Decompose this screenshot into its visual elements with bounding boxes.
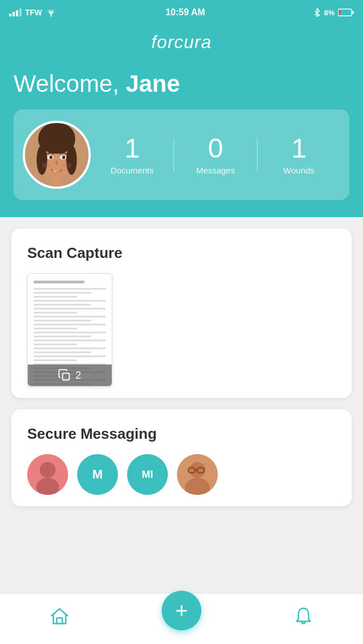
bottom-nav: + <box>0 593 363 644</box>
wounds-count: 1 <box>258 135 340 162</box>
svg-point-14 <box>62 156 65 159</box>
stats-items: 1 Documents 0 Messages 1 Wounds <box>91 135 340 175</box>
avatar <box>23 121 91 189</box>
svg-rect-10 <box>52 175 62 187</box>
welcome-text: Welcome, Jane <box>14 70 349 98</box>
msg-avatar-3-initials: MI <box>142 469 153 481</box>
home-nav-button[interactable] <box>43 599 77 633</box>
clock: 10:59 AM <box>166 7 205 18</box>
stat-wounds[interactable]: 1 Wounds <box>258 135 340 175</box>
document-preview[interactable]: 2 <box>27 273 112 387</box>
svg-point-9 <box>41 133 73 154</box>
scan-capture-title: Scan Capture <box>27 244 336 262</box>
stats-card: 1 Documents 0 Messages 1 Wounds <box>14 109 349 200</box>
messages-count: 0 <box>174 135 257 162</box>
app-title: forcura <box>0 32 363 53</box>
stat-documents[interactable]: 1 Documents <box>91 135 174 175</box>
svg-rect-2 <box>352 11 354 14</box>
status-right: 8% <box>314 8 354 17</box>
wifi-icon <box>45 9 57 16</box>
documents-count: 1 <box>91 135 174 162</box>
battery-percent: 8% <box>324 9 335 17</box>
wounds-label: Wounds <box>258 166 340 175</box>
msg-avatar-2-initials: M <box>92 467 103 482</box>
scan-count: 2 <box>75 370 81 382</box>
svg-rect-3 <box>339 10 341 15</box>
main-content: Scan Capture <box>0 217 363 639</box>
add-button[interactable]: + <box>162 591 201 630</box>
avatar-svg <box>25 123 88 187</box>
add-icon: + <box>175 600 188 621</box>
secure-messaging-card[interactable]: Secure Messaging M MI <box>11 409 352 506</box>
notifications-button[interactable] <box>286 599 320 633</box>
stat-messages[interactable]: 0 Messages <box>174 135 257 175</box>
messages-label: Messages <box>174 166 257 175</box>
status-bar: TFW 10:59 AM 8% <box>0 0 363 25</box>
app-header: forcura <box>0 25 363 64</box>
home-icon <box>49 605 70 627</box>
svg-point-0 <box>50 15 52 17</box>
avatar-image <box>25 123 88 187</box>
msg-avatar-4-svg <box>177 454 218 495</box>
msg-avatar-1-svg <box>27 454 68 495</box>
welcome-section: Welcome, Jane <box>0 64 363 217</box>
battery-icon <box>338 9 354 16</box>
copy-icon <box>58 369 71 382</box>
svg-point-16 <box>64 156 65 158</box>
signal-icon <box>9 9 22 16</box>
svg-point-13 <box>49 156 53 159</box>
secure-messaging-title: Secure Messaging <box>27 425 336 443</box>
welcome-greeting: Welcome, <box>14 70 126 97</box>
msg-avatar-3[interactable]: MI <box>127 454 168 495</box>
svg-point-18 <box>63 163 71 168</box>
carrier-label: TFW <box>25 8 42 17</box>
msg-avatar-1[interactable] <box>27 454 68 495</box>
svg-point-15 <box>51 156 52 158</box>
bell-icon <box>293 605 314 627</box>
documents-label: Documents <box>91 166 174 175</box>
msg-avatar-2[interactable]: M <box>77 454 118 495</box>
scan-capture-card[interactable]: Scan Capture <box>11 228 352 398</box>
status-left: TFW <box>9 8 57 17</box>
svg-rect-19 <box>62 374 69 380</box>
messaging-avatars: M MI <box>27 454 336 495</box>
svg-point-17 <box>42 163 50 168</box>
bluetooth-icon <box>314 8 320 17</box>
svg-point-21 <box>40 462 56 478</box>
svg-rect-29 <box>57 618 62 624</box>
msg-avatar-4[interactable] <box>177 454 218 495</box>
welcome-name: Jane <box>126 70 180 97</box>
document-count-badge: 2 <box>28 365 112 386</box>
